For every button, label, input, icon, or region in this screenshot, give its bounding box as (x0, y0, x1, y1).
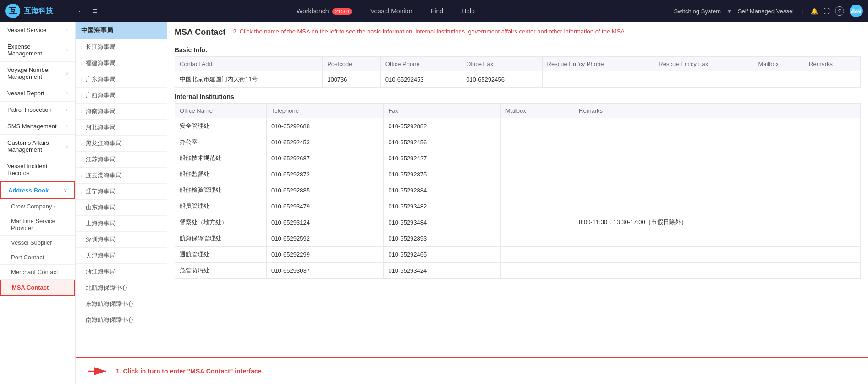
back-icon[interactable]: ← (77, 6, 85, 16)
sidebar-item-expense-mgmt[interactable]: Expense Management › (0, 38, 75, 62)
chevron-right-icon: › (81, 93, 83, 98)
sidebar-item-vessel-service[interactable]: Vessel Service › (0, 22, 75, 38)
chevron-right-icon: › (81, 44, 83, 50)
chevron-right-icon: › (66, 107, 68, 112)
workbench-badge: 21586 (332, 8, 352, 15)
chevron-right-icon: › (81, 205, 83, 210)
page-title: MSA Contact (175, 27, 225, 37)
table-row: 安全管理处 010-65292688 010-65292882 (175, 118, 861, 134)
msa-list-item[interactable]: ›深圳海事局 (76, 232, 167, 248)
find-link[interactable]: Find (427, 5, 447, 16)
cell-telephone: 010-65293124 (267, 214, 384, 230)
sidebar-sub-crew-company[interactable]: Crew Company › (0, 199, 75, 214)
msa-list-item[interactable]: ›上海海事局 (76, 216, 167, 232)
chevron-down-icon: ▼ (726, 8, 732, 15)
cell-mailbox (500, 118, 574, 134)
cell-mailbox (500, 247, 574, 263)
sidebar-sub-vessel-supplier[interactable]: Vessel Supplier (0, 236, 75, 250)
cell-office-name: 船舶检验管理处 (175, 182, 267, 198)
layout: Vessel Service › Expense Management › Vo… (0, 22, 868, 384)
col-rescue-fax: Rescue Em'cy Fax (654, 57, 753, 71)
cell-mailbox (500, 214, 574, 230)
sidebar-sub-msa-contact[interactable]: MSA Contact (0, 280, 75, 296)
cell-fax: 010-65292884 (384, 182, 500, 198)
chevron-right-icon: › (81, 157, 83, 162)
msa-list-item[interactable]: ›东海航海保障中心 (76, 296, 167, 312)
chevron-right-icon: › (81, 60, 83, 66)
msa-list-item[interactable]: ›海南海事局 (76, 104, 167, 120)
col-postcode: Postcode (323, 57, 381, 71)
bell-icon[interactable]: 🔔 (811, 8, 818, 15)
sidebar-item-patrol[interactable]: Patrol Inspection › (0, 102, 75, 118)
cell-telephone: 010-65292299 (267, 247, 384, 263)
msa-list-item[interactable]: ›山东海事局 (76, 200, 167, 216)
avatar[interactable]: 高级 (850, 5, 863, 17)
chevron-right-icon: › (66, 91, 68, 96)
sidebar-item-customs[interactable]: Customs AffairsManagement › (0, 135, 75, 158)
msa-list-item[interactable]: ›北航海保障中心 (76, 280, 167, 296)
expand-icon[interactable]: ⛶ (824, 8, 830, 15)
help-link[interactable]: Help (458, 5, 478, 16)
nav-menu-icon[interactable]: ≡ (93, 6, 98, 16)
sidebar-item-vessel-incident[interactable]: Vessel Incident Records (0, 158, 75, 181)
question-icon[interactable]: ? (835, 6, 844, 16)
chevron-right-icon: › (81, 77, 83, 82)
chevron-right-icon: › (66, 27, 68, 33)
cell-fax: 010-65293482 (384, 198, 500, 214)
sidebar: Vessel Service › Expense Management › Vo… (0, 22, 76, 384)
msa-list-item[interactable]: ›南海航海保障中心 (76, 312, 167, 328)
workbench-link[interactable]: Workbench 21586 (293, 5, 356, 16)
chevron-right-icon: › (81, 253, 83, 258)
col-fax: Fax (384, 104, 500, 118)
logo-icon: 互 (5, 4, 20, 18)
chevron-right-icon: › (81, 189, 83, 194)
basic-info-table: Contact Add. Postcode Office Phone Offic… (175, 56, 861, 88)
instruction-arrow-svg (83, 362, 110, 380)
cell-remarks (574, 118, 861, 134)
msa-list-item[interactable]: ›辽宁海事局 (76, 184, 167, 200)
chevron-right-icon: › (54, 204, 55, 209)
msa-list-header: 中国海事局 (76, 22, 167, 39)
msa-list-item[interactable]: ›江苏海事局 (76, 152, 167, 168)
msa-list-item[interactable]: ›黑龙江海事局 (76, 136, 167, 152)
chevron-right-icon: › (81, 301, 83, 307)
sidebar-item-voyage-number[interactable]: Voyage NumberManagement › (0, 62, 75, 85)
sidebar-item-sms[interactable]: SMS Management › (0, 118, 75, 135)
switching-system[interactable]: Switching System (674, 8, 721, 15)
table-row: 航海保障管理处 010-65292592 010-65292893 (175, 230, 861, 247)
detail-panel: MSA Contact 2. Click the name of the MSA… (167, 22, 868, 384)
cell-address: 中国北京市建国门内大街11号 (175, 71, 323, 88)
sidebar-sub-maritime-service[interactable]: Maritime Service Provider (0, 214, 75, 236)
self-managed-vessel[interactable]: Self Managed Vessel (738, 8, 794, 15)
msa-list-item[interactable]: ›广西海事局 (76, 88, 167, 104)
msa-list-item[interactable]: ›福建海事局 (76, 55, 167, 71)
msa-list-item[interactable]: ›浙江海事局 (76, 264, 167, 280)
nav-right: Switching System ▼ Self Managed Vessel ⋮… (674, 5, 863, 17)
cell-office-fax: 010-65292456 (461, 71, 542, 88)
vessel-monitor-link[interactable]: Vessel Monitor (367, 5, 416, 16)
cell-mailbox (753, 71, 804, 88)
sidebar-sub-merchant-contact[interactable]: Merchant Contact (0, 265, 75, 280)
cell-office-name: 船员管理处 (175, 198, 267, 214)
more-icon[interactable]: ⋮ (799, 8, 805, 15)
msa-list-item[interactable]: ›连云港海事局 (76, 168, 167, 184)
top-nav: 互 互海科技 ← ≡ Workbench 21586 Vessel Monito… (0, 0, 868, 22)
chevron-right-icon: › (81, 109, 83, 114)
sidebar-sub-port-contact[interactable]: Port Contact (0, 250, 75, 265)
col-office-phone: Office Phone (380, 57, 461, 71)
chevron-right-icon: › (81, 269, 83, 274)
chevron-right-icon: › (81, 285, 83, 291)
msa-list-item[interactable]: ›河北海事局 (76, 120, 167, 136)
nav-center: Workbench 21586 Vessel Monitor Find Help (105, 5, 667, 16)
cell-office-name: 办公室 (175, 134, 267, 150)
cell-rescue-fax (654, 71, 753, 88)
chevron-right-icon: › (66, 48, 68, 53)
sidebar-item-vessel-report[interactable]: Vessel Report › (0, 85, 75, 102)
cell-mailbox (500, 182, 574, 198)
sidebar-item-address-book[interactable]: Address Book ∨ (0, 181, 75, 199)
cell-fax: 010-65293424 (384, 263, 500, 279)
msa-list-item[interactable]: ›天津海事局 (76, 248, 167, 264)
msa-list-item[interactable]: ›广东海事局 (76, 71, 167, 88)
cell-telephone: 010-65292885 (267, 182, 384, 198)
msa-list-item[interactable]: ›长江海事局 (76, 39, 167, 55)
